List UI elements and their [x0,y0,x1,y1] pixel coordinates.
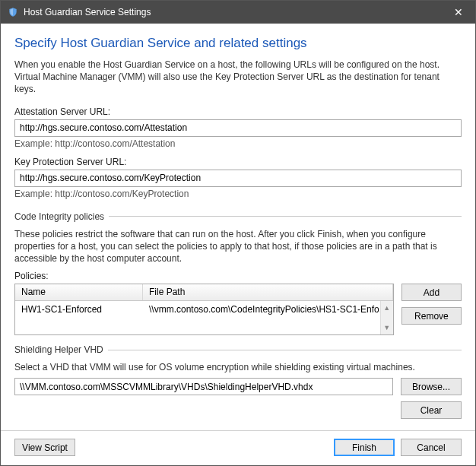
code-integrity-title: Code Integrity policies [14,211,104,222]
remove-button[interactable]: Remove [401,307,462,325]
policies-table[interactable]: Name File Path HW1-SC1-Enforced \\vmm.co… [14,284,394,335]
attestation-label: Attestation Server URL: [14,106,462,117]
browse-button[interactable]: Browse... [401,378,462,395]
divider [109,216,462,217]
titlebar: Host Guardian Service Settings ✕ [1,1,475,24]
cell-name: HW1-SC1-Enforced [15,303,143,316]
clear-button[interactable]: Clear [401,401,462,419]
shielding-title: Shielding Helper VHD [14,344,103,355]
code-integrity-description: These policies restrict the software tha… [14,228,462,265]
code-integrity-section-header: Code Integrity policies [14,211,462,222]
page-description: When you enable the Host Guardian Servic… [14,59,462,96]
table-header: Name File Path [15,284,393,301]
cell-path: \\vmm.contoso.com\CodeIntegrityPolicies\… [143,303,393,316]
cancel-button[interactable]: Cancel [401,439,462,456]
attestation-url-input[interactable] [14,119,462,137]
scroll-down-icon[interactable]: ▼ [381,321,393,334]
view-script-button[interactable]: View Script [14,439,75,456]
page-title: Specify Host Guardian Service and relate… [14,36,462,51]
shield-icon [7,6,19,18]
keyprotection-label: Key Protection Server URL: [14,157,462,167]
dialog-window: Host Guardian Service Settings ✕ Specify… [0,0,476,466]
policies-label: Policies: [14,271,462,281]
scrollbar[interactable]: ▲ ▼ [380,301,393,334]
divider [108,350,462,350]
footer: View Script Finish Cancel [1,430,475,465]
shielding-description: Select a VHD that VMM will use for OS vo… [14,361,462,373]
close-button[interactable]: ✕ [441,1,475,24]
close-icon: ✕ [454,6,463,18]
attestation-example: Example: http://contoso.com/Attestation [14,138,462,149]
add-button[interactable]: Add [401,284,462,301]
shielding-section-header: Shielding Helper VHD [14,344,462,355]
finish-button[interactable]: Finish [334,439,395,456]
table-row[interactable]: HW1-SC1-Enforced \\vmm.contoso.com\CodeI… [15,301,393,318]
column-name[interactable]: Name [15,284,143,300]
keyprotection-example: Example: http://contoso.com/KeyProtectio… [14,189,462,199]
column-path[interactable]: File Path [143,284,393,300]
shielding-vhd-input[interactable] [14,378,393,395]
keyprotection-url-input[interactable] [14,170,462,187]
content-area: Specify Host Guardian Service and relate… [1,24,475,430]
scroll-up-icon[interactable]: ▲ [381,301,393,315]
window-title: Host Guardian Service Settings [24,7,441,17]
